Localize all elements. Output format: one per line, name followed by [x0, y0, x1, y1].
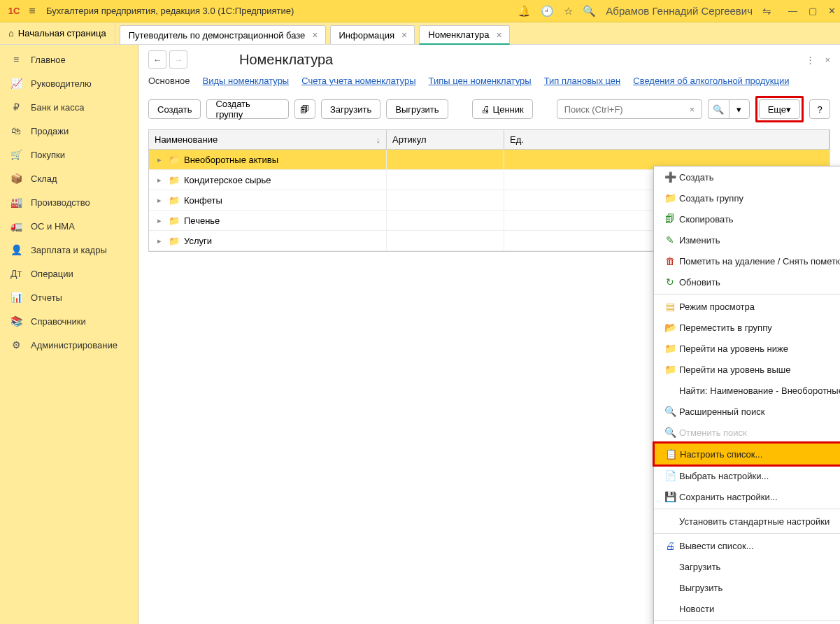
row-label: Услуги — [184, 236, 212, 246]
adv-search-button[interactable]: 🔍 — [708, 99, 729, 119]
subtab[interactable]: Виды номенклатуры — [203, 76, 290, 86]
subtab[interactable]: Тип плановых цен — [544, 76, 621, 86]
sidebar-item[interactable]: 📊Отчеты — [0, 285, 138, 309]
menu-item-icon: 📂 — [661, 322, 679, 333]
copy-button[interactable]: 🗐 — [294, 99, 315, 119]
menu-item[interactable]: 📁Создать группуCtrl+F9 — [654, 187, 840, 208]
sidebar-item[interactable]: 👤Зарплата и кадры — [0, 238, 138, 262]
menu-item[interactable]: 🖨Вывести список... — [654, 535, 840, 556]
close-button[interactable]: ✕ — [828, 6, 836, 16]
load-button[interactable]: Загрузить — [321, 99, 380, 119]
menu-item[interactable]: ✎ИзменитьF2 — [654, 229, 840, 250]
menu-item-label: Создать — [679, 172, 840, 183]
sidebar-icon: 🛒 — [10, 149, 22, 160]
th-article[interactable]: Артикул — [387, 130, 504, 149]
sidebar-item[interactable]: 🏭Производство — [0, 190, 138, 214]
expand-icon[interactable]: ▸ — [157, 236, 164, 246]
sidebar-item[interactable]: ⚙Администрирование — [0, 333, 138, 357]
tab-info[interactable]: Информация × — [330, 25, 415, 44]
sidebar-icon: 📚 — [10, 315, 22, 327]
folder-icon: 📁 — [169, 175, 180, 185]
subtab[interactable]: Сведения об алкогольной продукции — [633, 76, 789, 86]
star-icon[interactable]: ☆ — [564, 5, 573, 17]
subtab[interactable]: Счета учета номенклатуры — [301, 76, 415, 86]
maximize-button[interactable]: ▢ — [809, 6, 817, 16]
menu-item-label: Обновить — [679, 277, 840, 288]
unload-button[interactable]: Выгрузить — [386, 99, 448, 119]
close-icon[interactable]: × — [401, 29, 407, 41]
expand-icon[interactable]: ▸ — [157, 155, 164, 164]
sidebar-item[interactable]: 📚Справочники — [0, 309, 138, 333]
sidebar-item[interactable]: ₽Банк и касса — [0, 95, 138, 119]
menu-item-icon: 🗑 — [661, 255, 679, 267]
close-icon[interactable]: × — [312, 29, 318, 41]
history-icon[interactable]: 🕘 — [541, 5, 554, 17]
sidebar-item[interactable]: ДтОперации — [0, 262, 138, 285]
subtab[interactable]: Основное — [148, 76, 190, 86]
menu-item[interactable]: 🗐СкопироватьF9 — [654, 208, 840, 229]
expand-icon[interactable]: ▸ — [157, 176, 164, 185]
menu-item[interactable]: ▤Режим просмотра — [654, 296, 840, 317]
menu-item[interactable]: 💾Сохранить настройки... — [654, 486, 840, 507]
th-name[interactable]: Наименование — [149, 130, 387, 149]
user-menu-icon[interactable]: ⇋ — [762, 5, 771, 17]
home-tab[interactable]: ⌂ Начальная страница — [0, 22, 115, 44]
tab-nomenclature[interactable]: Номенклатура × — [419, 25, 509, 45]
search-box[interactable]: × — [557, 99, 702, 119]
expand-icon[interactable]: ▸ — [157, 196, 164, 205]
menu-separator — [654, 533, 840, 534]
menu-item[interactable]: Установить стандартные настройки — [654, 511, 840, 532]
menu-item-icon: 📁 — [661, 343, 679, 354]
sidebar-item[interactable]: 📦Склад — [0, 166, 138, 190]
menu-item[interactable]: Выгрузить — [654, 577, 840, 598]
sidebar-item[interactable]: 🛍Продажи — [0, 119, 138, 143]
create-button[interactable]: Создать — [148, 99, 201, 119]
menu-item[interactable]: Загрузить — [654, 556, 840, 577]
clear-search-icon[interactable]: × — [686, 104, 699, 115]
menu-item[interactable]: ↻ОбновитьF5 — [654, 271, 840, 292]
kebab-icon[interactable]: ⋮ — [806, 55, 815, 65]
sidebar-item[interactable]: 🛒Покупки — [0, 143, 138, 166]
sidebar-icon: 🏭 — [10, 197, 22, 208]
menu-item[interactable]: 🔍Расширенный поискAlt+F — [654, 401, 840, 422]
minimize-button[interactable]: — — [788, 6, 797, 16]
help-button[interactable]: ? — [809, 99, 830, 119]
menu-item[interactable]: ➕СоздатьIns — [654, 166, 840, 187]
menu-separator — [654, 509, 840, 509]
menu-item-icon: 📋 — [662, 448, 680, 460]
burger-icon[interactable]: ≡ — [24, 5, 41, 17]
close-icon[interactable]: × — [497, 29, 502, 41]
sidebar-item[interactable]: 📈Руководителю — [0, 71, 138, 95]
menu-item[interactable]: 📋Настроить список... — [655, 444, 840, 465]
back-button[interactable]: ← — [148, 50, 166, 69]
close-page-icon[interactable]: × — [825, 55, 830, 65]
create-group-button[interactable]: Создать группу — [206, 99, 289, 119]
pricer-button[interactable]: 🖨 Ценник — [472, 99, 533, 119]
expand-icon[interactable]: ▸ — [157, 216, 164, 225]
more-button[interactable]: Еще ▾ — [759, 99, 800, 119]
menu-item[interactable]: 📁Перейти на уровень нижеCtrl+Down — [654, 338, 840, 359]
th-unit[interactable]: Ед. — [504, 130, 830, 149]
adv-search-dropdown[interactable]: ▾ — [729, 99, 750, 119]
sidebar-item-label: Зарплата и кадры — [31, 245, 107, 255]
menu-separator — [654, 294, 840, 295]
menu-item[interactable]: Новости — [654, 598, 840, 619]
sidebar-item[interactable]: 🚛ОС и НМА — [0, 214, 138, 238]
menu-item-label: Переместить в группу — [679, 322, 840, 333]
user-name[interactable]: Абрамов Геннадий Сергеевич — [606, 5, 753, 17]
content-area: ← → Номенклатура ⋮ × ОсновноеВиды номенк… — [138, 45, 840, 624]
tab-guide[interactable]: Путеводитель по демонстрационной базе × — [120, 25, 326, 44]
menu-item[interactable]: Найти: Наименование - Внеоборотные актив… — [654, 380, 840, 401]
search-icon[interactable]: 🔍 — [583, 5, 596, 17]
menu-item-icon: ▤ — [661, 301, 679, 312]
subtab[interactable]: Типы цен номенклатуры — [429, 76, 532, 86]
sidebar-item[interactable]: ≡Главное — [0, 48, 138, 71]
bell-icon[interactable]: 🔔 — [518, 5, 531, 17]
menu-item[interactable]: 📁Перейти на уровень вышеCtrl+Up — [654, 359, 840, 380]
forward-button[interactable]: → — [169, 50, 187, 69]
menu-item[interactable]: 🗑Пометить на удаление / Снять пометкуDel — [654, 250, 840, 271]
menu-item[interactable]: 📄Выбрать настройки... — [654, 465, 840, 486]
menu-item[interactable]: 📂Переместить в группуCtrl+Shift+M — [654, 317, 840, 338]
sidebar-item-label: Отчеты — [31, 292, 62, 303]
search-input[interactable] — [560, 104, 686, 115]
